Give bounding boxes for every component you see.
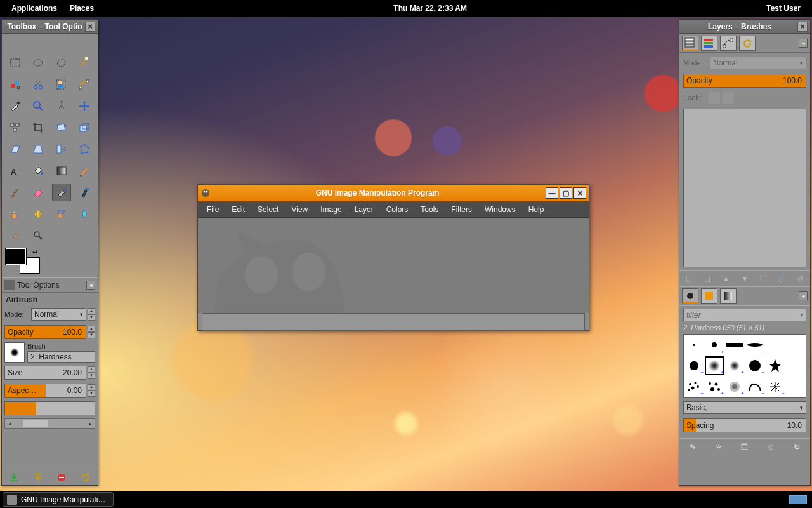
refresh-brushes-icon[interactable]: ↻: [790, 441, 803, 453]
brush-item[interactable]: +: [704, 376, 724, 397]
menu-windows[interactable]: Windows: [478, 201, 522, 218]
brush-item[interactable]: +: [745, 376, 765, 397]
crop-tool[interactable]: [29, 119, 48, 137]
close-icon[interactable]: ✕: [797, 22, 808, 32]
swap-colors-icon[interactable]: ⇄: [32, 248, 40, 256]
anchor-layer-icon[interactable]: ⚓: [776, 272, 789, 285]
move-tool[interactable]: [75, 97, 94, 115]
lock-alpha-icon[interactable]: [723, 92, 734, 104]
close-icon[interactable]: ✕: [85, 22, 95, 32]
new-brush-icon[interactable]: ✧: [712, 441, 725, 453]
layer-mode-dropdown[interactable]: Normal: [710, 57, 806, 69]
menu-layer[interactable]: Layer: [348, 201, 380, 218]
opacity-slider[interactable]: Opacity 100.0: [4, 325, 86, 339]
lock-pixels-icon[interactable]: [709, 92, 720, 104]
tab-menu-icon[interactable]: ◂: [799, 291, 808, 300]
ink-tool[interactable]: [75, 184, 94, 201]
brush-item[interactable]: [765, 335, 785, 356]
scale-tool[interactable]: [75, 119, 94, 137]
layers-titlebar[interactable]: Layers – Brushes ✕: [679, 20, 810, 34]
mode-extra[interactable]: ▲▼: [88, 308, 95, 321]
main-titlebar[interactable]: GNU Image Manipulation Program — ▢ ✕: [198, 185, 589, 201]
pencil-tool[interactable]: [75, 162, 94, 180]
tab-patterns[interactable]: [701, 288, 717, 304]
delete-preset-icon[interactable]: [55, 471, 68, 484]
menu-tools[interactable]: Tools: [414, 201, 445, 218]
menu-view[interactable]: View: [285, 201, 314, 218]
brush-item[interactable]: [724, 335, 745, 356]
foreground-select-tool[interactable]: [52, 76, 71, 93]
delete-layer-icon[interactable]: ⊘: [794, 272, 807, 285]
bucket-fill-tool[interactable]: [29, 162, 48, 180]
menu-image[interactable]: Image: [314, 201, 348, 218]
brush-item[interactable]: +: [724, 356, 745, 377]
zoom-tool[interactable]: [29, 97, 48, 115]
paths-tool[interactable]: [75, 76, 94, 93]
taskbar-entry-gimp[interactable]: GNU Image Manipulati…: [3, 492, 114, 507]
brush-item[interactable]: [785, 376, 806, 397]
layer-list[interactable]: [683, 109, 806, 267]
edit-brush-icon[interactable]: ✎: [686, 441, 699, 453]
smudge-tool[interactable]: [6, 227, 25, 244]
eraser-tool[interactable]: [29, 184, 48, 201]
cage-tool[interactable]: [75, 140, 94, 158]
reset-preset-icon[interactable]: [79, 471, 92, 484]
maximize-button[interactable]: ▢: [560, 187, 572, 199]
text-tool[interactable]: A: [6, 162, 25, 180]
lower-layer-icon[interactable]: ▼: [738, 272, 751, 285]
perspective-clone-tool[interactable]: [52, 205, 71, 223]
duplicate-layer-icon[interactable]: ❐: [757, 272, 769, 285]
brush-item[interactable]: +: [745, 335, 765, 356]
brush-item[interactable]: [785, 356, 806, 377]
mode-dropdown[interactable]: Normal: [31, 308, 86, 321]
tool-options-tab[interactable]: Tool Options ◂: [2, 277, 98, 293]
close-button[interactable]: ✕: [573, 187, 586, 199]
brush-item-selected[interactable]: +: [704, 356, 724, 377]
places-menu[interactable]: Places: [63, 0, 100, 17]
scissors-select-tool[interactable]: [29, 76, 48, 93]
brush-item[interactable]: [765, 356, 785, 377]
select-by-color-tool[interactable]: [6, 76, 25, 93]
brush-item[interactable]: +: [684, 376, 704, 397]
heal-tool[interactable]: [29, 205, 48, 223]
blur-sharpen-tool[interactable]: [75, 205, 94, 223]
tab-undo-history[interactable]: [739, 36, 756, 51]
size-slider[interactable]: Size 20.00: [4, 366, 86, 380]
aspect-spin[interactable]: ▲▼: [88, 384, 95, 397]
color-picker-tool[interactable]: [6, 97, 25, 115]
raise-layer-icon[interactable]: ▲: [720, 272, 733, 285]
tab-menu-icon[interactable]: ◂: [86, 281, 95, 290]
applications-menu[interactable]: Applications: [5, 0, 63, 17]
duplicate-brush-icon[interactable]: ❐: [738, 441, 751, 453]
free-select-tool[interactable]: [52, 54, 71, 72]
tab-layers[interactable]: [682, 36, 698, 51]
color-swatches[interactable]: ⇄: [6, 248, 40, 274]
brush-preset-dropdown[interactable]: Basic,: [683, 401, 806, 414]
aspect-slider[interactable]: Aspec… 0.00: [4, 384, 86, 398]
brush-item[interactable]: +: [745, 356, 765, 377]
delete-brush-icon[interactable]: ⊘: [764, 441, 777, 453]
foreground-color[interactable]: [6, 248, 26, 265]
restore-preset-icon[interactable]: [32, 471, 44, 484]
align-tool[interactable]: [6, 119, 25, 137]
brush-item[interactable]: +: [704, 335, 724, 356]
perspective-tool[interactable]: [29, 140, 48, 158]
minimize-button[interactable]: —: [546, 187, 558, 199]
measure-tool[interactable]: [52, 97, 71, 115]
extra-slider[interactable]: [4, 401, 95, 415]
new-layer-icon[interactable]: ◻: [683, 272, 695, 285]
brush-thumbnail[interactable]: [4, 342, 25, 363]
clone-tool[interactable]: [6, 205, 25, 223]
airbrush-tool[interactable]: [52, 184, 71, 201]
layer-group-icon[interactable]: ◻: [701, 272, 714, 285]
shear-tool[interactable]: [6, 140, 25, 158]
menu-edit[interactable]: Edit: [225, 201, 251, 218]
ellipse-select-tool[interactable]: [29, 54, 48, 72]
menu-file[interactable]: File: [200, 201, 225, 218]
blend-tool[interactable]: [52, 162, 71, 180]
canvas-area[interactable]: [198, 218, 589, 313]
brush-item[interactable]: [785, 335, 806, 356]
toolbox-titlebar[interactable]: Toolbox – Tool Optio ✕: [2, 20, 98, 34]
spacing-slider[interactable]: Spacing 10.0: [683, 418, 806, 432]
tab-brushes[interactable]: [682, 288, 698, 304]
